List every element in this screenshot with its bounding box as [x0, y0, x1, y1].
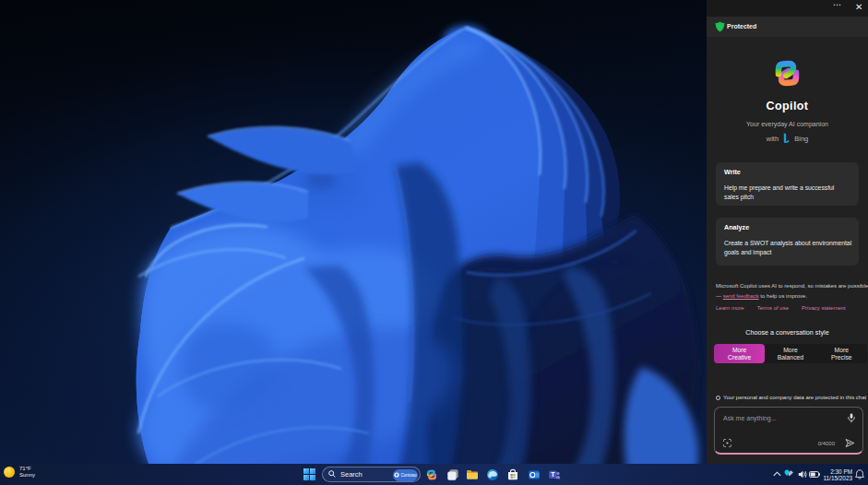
svg-text:T: T: [551, 471, 555, 478]
